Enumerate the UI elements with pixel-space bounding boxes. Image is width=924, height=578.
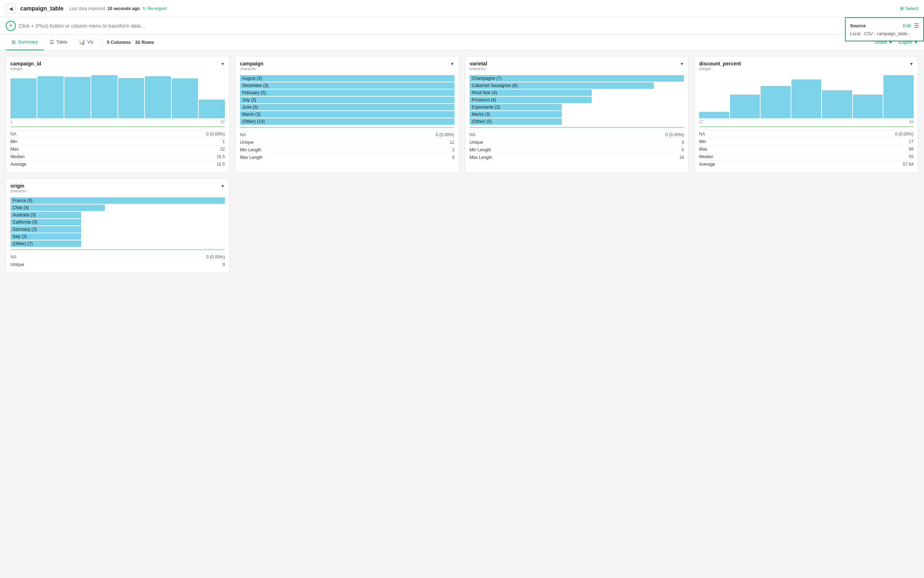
column-menu-button[interactable]: ▼ [220,183,225,189]
stat-value: 9 [587,139,684,146]
category-bar-row: Champagne (7) [469,75,684,81]
stat-label: NA [469,131,587,139]
stat-row: Min 17 [699,138,914,146]
tab-summary[interactable]: ⊞ Summary [6,34,44,50]
stat-value: 12 [357,139,455,146]
category-bar-row: February (3) [240,89,455,96]
stat-value: 17 [798,138,914,146]
stat-value: 6 [587,146,684,154]
category-bar-label: Chile (4) [10,205,105,211]
column-type: integer [10,67,41,71]
stat-value: 9 [101,261,225,268]
category-bar-row: California (3) [10,219,225,226]
import-info: Last data imported: 10 seconds ago [70,6,140,11]
category-bar-label: Espumante (3) [469,104,562,110]
category-bar-label: February (3) [240,89,455,96]
source-panel-title: Source [850,23,866,28]
stat-label: NA [240,131,357,139]
category-bar-label: Cabernet Sauvignon (6) [469,82,654,89]
tab-table[interactable]: ☰ Table [44,34,73,50]
stat-label: NA [699,130,798,138]
stat-row: Unique 9 [469,139,684,146]
stat-row: Average 57.84 [699,161,914,168]
category-bar-label: (Other) (5) [469,118,562,125]
range-min: 17 [699,120,704,124]
back-button[interactable]: ◀ [6,3,16,14]
summary-icon: ⊞ [11,39,16,45]
histogram-bar [172,78,198,118]
category-bar-row: Australia (3) [10,212,225,218]
stat-value: 16.5 [109,153,225,161]
column-card: campaign character ▼ August (3) December… [235,56,459,172]
stat-label: Max Length [240,154,357,161]
category-bar-label: July (3) [240,97,455,103]
stat-value: 16.5 [109,161,225,168]
category-bar-label: Merlot (3) [469,111,562,117]
stat-label: Min [10,138,109,146]
reimport-button[interactable]: ↻ Re-import [142,6,167,11]
select-button[interactable]: ⊞ Select [900,6,918,11]
stat-label: Min Length [469,146,587,154]
transform-input[interactable] [19,23,901,29]
stat-label: Unique [240,139,357,146]
stat-value: 0 (0.00%) [587,131,684,139]
stat-row: NA 0 (0.00%) [699,130,914,138]
column-type: character [469,67,487,71]
origin-column-card: origin character ▼ France (9) Chile (4) … [6,178,230,273]
histogram-bar [91,75,118,118]
source-menu-button[interactable]: ☰ [914,22,919,29]
stat-label: Unique [10,261,101,268]
stat-value: 3 [357,146,455,154]
stat-value: 55 [798,153,914,161]
source-panel: Source Edit ☰ Local - CSV - campaign_tab… [845,17,924,41]
stat-value: 89 [798,146,914,153]
stats-table: NA 0 (0.00%) Unique 9 Min Length 6 Max L… [469,131,684,161]
category-bar-row: Cabernet Sauvignon (6) [469,82,684,89]
category-bars: France (9) Chile (4) Australia (3) Calif… [10,197,225,247]
category-bar-row: (Other) (5) [469,118,684,125]
stat-label: NA [10,130,109,138]
stat-row: NA 0 (0.00%) [469,131,684,139]
category-bar-row: Espumante (3) [469,104,684,110]
range-line [10,249,225,250]
column-menu-button[interactable]: ▼ [680,62,684,67]
histogram-bar [118,78,144,118]
category-bar-label: France (9) [10,197,225,204]
histogram-bar [699,112,729,118]
category-bar-label: March (3) [240,111,455,117]
category-bar-row: (Other) (7) [10,240,225,247]
stat-row: Unique 9 [10,261,225,268]
stat-value: 0 (0.00%) [357,131,455,139]
histogram-range: 1 32 [10,120,225,124]
stat-row: Max Length 18 [469,154,684,161]
reimport-icon: ↻ [142,6,146,11]
histogram [699,75,914,118]
histogram-bar [791,80,822,118]
tab-viz[interactable]: 📊 Viz [73,34,100,50]
column-header: varietal character ▼ [469,61,684,74]
column-card: varietal character ▼ Champagne (7) Caber… [465,56,689,172]
category-bar-row: Pinot Noir (4) [469,89,684,96]
column-menu-button[interactable]: ▼ [450,62,455,67]
category-bars: August (3) December (3) February (3) Jul… [240,75,455,125]
histogram-bar [730,94,760,118]
stat-label: Average [10,161,109,168]
stat-value: 18 [587,154,684,161]
category-bar-label: California (3) [10,219,81,226]
stat-row: Unique 12 [240,139,455,146]
stats-table: NA 0 (0.00%) Unique 12 Min Length 3 Max … [240,131,455,161]
range-line [699,126,914,127]
columns-count: 5 Columns [107,39,131,45]
add-transform-button[interactable]: + [6,21,16,31]
category-bar-label: June (3) [240,104,455,110]
category-bar-row: Italy (3) [10,233,225,240]
source-edit-button[interactable]: Edit [903,23,911,28]
range-line [10,126,225,127]
column-menu-button[interactable]: ▼ [220,62,225,67]
range-line [240,127,455,128]
column-menu-button[interactable]: ▼ [909,62,914,67]
category-bar-label: Pinot Noir (4) [469,89,592,96]
stat-row: Min Length 6 [469,146,684,154]
stat-label: Max [10,146,109,153]
range-line [469,127,684,128]
